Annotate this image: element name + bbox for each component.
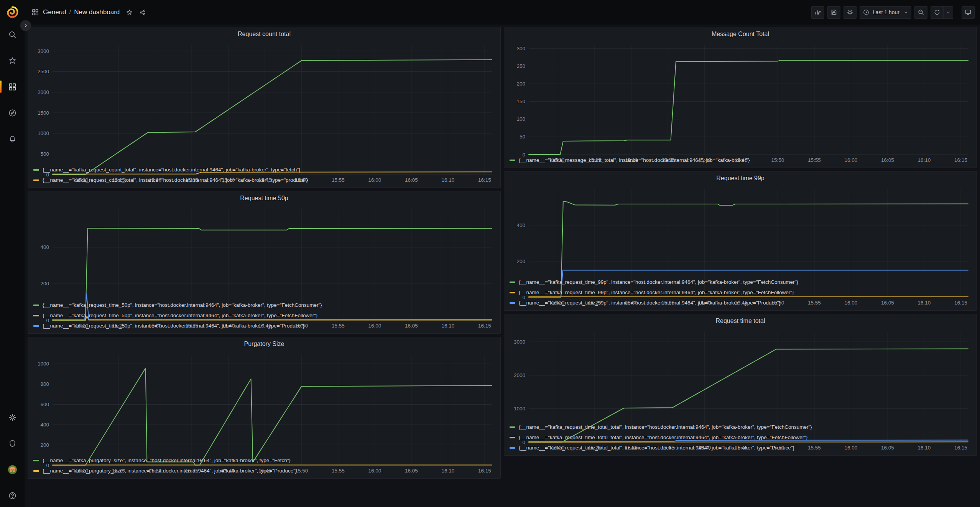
legend-swatch-icon [510,447,515,449]
time-range-label: Last 1 hour [873,9,899,15]
top-navigation: General / New dashboard Last 1 hour [25,0,980,25]
save-dashboard-button[interactable] [827,6,840,19]
dashboard-settings-button[interactable] [844,6,857,19]
time-series-chart[interactable]: 15:2015:2515:3015:3515:4015:4515:5015:55… [32,204,497,299]
legend: {__name__="kafka_request_time_99p", inst… [508,276,973,308]
legend-swatch-icon [510,302,515,304]
legend-item[interactable]: {__name__="kafka_request_time_99p", inst… [510,277,973,287]
legend-item[interactable]: {__name__="kafka_request_time_total_tota… [510,432,973,443]
legend-label: {__name__="kafka_purgatory_size", instan… [43,468,297,474]
panel-request-time-total: Request time total 15:2015:2515:3015:351… [504,314,977,456]
refresh-icon [934,9,941,16]
search-icon[interactable] [5,27,20,42]
legend-item[interactable]: {__name__="kafka_request_time_99p", inst… [510,298,973,308]
y-tick-label: 300 [516,46,525,51]
panel-title[interactable]: Request time total [508,315,973,327]
y-tick-label: 200 [40,442,49,448]
y-tick-label: 1000 [514,406,525,412]
expand-menu-icon[interactable] [20,20,31,31]
sidebar [0,0,25,507]
legend-label: {__name__="kafka_request_time_50p", inst… [43,302,322,308]
legend-label: {__name__="kafka_request_time_total_tota… [519,424,812,430]
y-tick-label: 150 [516,99,525,104]
time-series-chart[interactable]: 15:2015:2515:3015:3515:4015:4515:5015:55… [508,327,973,421]
legend-label: {__name__="kafka_purgatory_size", instan… [43,458,291,463]
cycle-view-button[interactable] [962,6,975,19]
panel-title[interactable]: Message Count Total [508,28,973,40]
y-tick-label: 200 [516,258,525,264]
legend-item[interactable]: {__name__="kafka_request_time_50p", inst… [33,300,497,310]
y-tick-label: 1000 [38,130,49,136]
starred-icon[interactable] [5,53,20,68]
panel-title[interactable]: Request time 99p [508,172,973,184]
server-admin-icon[interactable] [5,436,20,451]
legend-item[interactable]: {__name__="kafka_request_time_99p", inst… [510,287,973,298]
legend-item[interactable]: {__name__="kafka_request_time_50p", inst… [33,310,497,321]
legend-label: {__name__="kafka_request_time_99p", inst… [519,300,781,306]
legend-label: {__name__="kafka_request_time_50p", inst… [43,323,304,329]
y-tick-label: 800 [40,381,49,387]
chevron-down-icon [903,10,908,15]
time-series-chart[interactable]: 15:2015:2515:3015:3515:4015:4515:5015:55… [32,40,497,164]
legend-item[interactable]: {__name__="kafka_request_time_total_tota… [510,443,973,453]
panel-title[interactable]: Request count total [32,28,497,40]
apps-grid-icon [31,8,39,16]
user-avatar[interactable] [5,462,20,477]
legend-item[interactable]: {__name__="kafka_request_count_total", i… [33,175,497,185]
time-series-plot[interactable]: 15:2015:2515:3015:3515:4015:4515:5015:55… [32,40,497,184]
panel-request-time-50p: Request time 50p 15:2015:2515:3015:3515:… [28,191,501,334]
legend-item[interactable]: {__name__="kafka_request_time_total_tota… [510,422,973,432]
y-tick-label: 3000 [514,339,525,345]
legend-swatch-icon [510,281,515,283]
y-tick-label: 50 [520,134,525,140]
alerting-icon[interactable] [5,131,20,147]
y-tick-label: 600 [40,402,49,407]
dashboards-icon[interactable] [5,79,20,94]
breadcrumb-page-title[interactable]: New dashboard [74,8,120,16]
panel-title[interactable]: Purgatory Size [32,338,497,350]
legend-swatch-icon [510,160,515,161]
legend-swatch-icon [33,460,39,461]
time-range-picker[interactable]: Last 1 hour [860,6,911,19]
legend-item[interactable]: {__name__="kafka_purgatory_size", instan… [33,455,497,466]
legend: {__name__="kafka_request_time_total_tota… [508,421,973,453]
add-panel-button[interactable] [811,6,824,19]
time-series-chart[interactable]: 15:2015:2515:3015:3515:4015:4515:5015:55… [508,184,973,276]
breadcrumb-separator: / [69,8,71,16]
configuration-icon[interactable] [5,410,20,425]
refresh-interval-dropdown[interactable] [943,6,953,19]
zoom-out-button[interactable] [914,6,927,19]
share-icon[interactable] [139,9,146,16]
legend-item[interactable]: {__name__="kafka_request_time_50p", inst… [33,321,497,331]
legend-label: {__name__="kafka_message_count_total", i… [519,157,750,163]
legend-label: {__name__="kafka_request_time_99p", inst… [519,279,798,285]
help-icon[interactable] [5,488,20,503]
legend-swatch-icon [510,292,515,293]
legend-swatch-icon [33,305,39,306]
legend-label: {__name__="kafka_request_time_total_tota… [519,435,808,440]
panel-purgatory-size: Purgatory Size 15:2015:2515:3015:3515:40… [28,337,501,479]
legend-item[interactable]: {__name__="kafka_request_count_total", i… [33,165,497,175]
panel-request-count-total: Request count total 15:2015:2515:3015:35… [28,27,501,188]
legend-swatch-icon [33,169,39,171]
legend: {__name__="kafka_request_count_total", i… [32,164,497,185]
legend-label: {__name__="kafka_request_count_total", i… [43,177,308,183]
explore-icon[interactable] [5,105,20,120]
refresh-button[interactable] [931,6,943,19]
grafana-logo-icon[interactable] [5,5,19,19]
time-series-chart[interactable]: 15:2015:2515:3015:3515:4015:4515:5015:55… [32,350,497,454]
legend-label: {__name__="kafka_request_count_total", i… [43,167,301,173]
legend-label: {__name__="kafka_request_time_99p", inst… [519,290,794,295]
zoom-out-icon [918,9,924,16]
star-icon[interactable] [126,9,133,16]
clock-icon [863,9,870,16]
time-series-chart[interactable]: 15:2015:2515:3015:3515:4015:4515:5015:55… [508,40,973,154]
breadcrumb-section[interactable]: General [43,8,66,16]
legend-item[interactable]: {__name__="kafka_purgatory_size", instan… [33,466,497,476]
y-tick-label: 400 [516,222,525,228]
grafana-app: General / New dashboard Last 1 hour Re [0,0,980,507]
legend: {__name__="kafka_request_time_50p", inst… [32,299,497,331]
panel-title[interactable]: Request time 50p [32,192,497,204]
legend-item[interactable]: {__name__="kafka_message_count_total", i… [510,155,973,165]
time-series-plot[interactable]: 15:2015:2515:3015:3515:4015:4515:5015:55… [508,40,973,165]
